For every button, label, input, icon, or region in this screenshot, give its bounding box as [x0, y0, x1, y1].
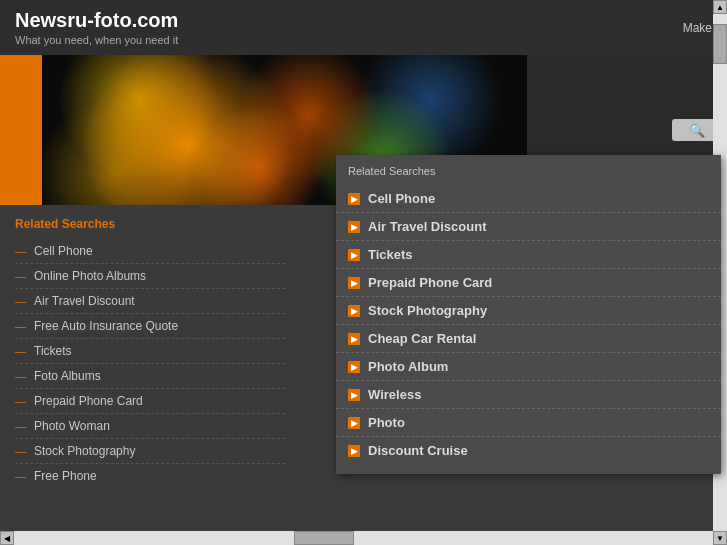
list-item[interactable]: — Foto Albums [15, 364, 285, 389]
list-item[interactable]: ▶ Stock Photography [336, 297, 721, 325]
arrow-icon: — [15, 395, 26, 407]
list-item[interactable]: — Free Phone [15, 464, 285, 488]
right-arrow-icon: ▶ [348, 333, 360, 345]
list-item[interactable]: ▶ Photo Album [336, 353, 721, 381]
link-text: Free Phone [34, 469, 97, 483]
right-arrow-icon: ▶ [348, 193, 360, 205]
scroll-track[interactable] [14, 531, 713, 545]
site-info: Newsru-foto.com What you need, when you … [15, 9, 178, 46]
arrow-icon: — [15, 345, 26, 357]
left-sidebar: Related Searches — Cell Phone — Online P… [0, 205, 300, 545]
scroll-down-button[interactable]: ▼ [713, 531, 727, 545]
link-text: Cell Phone [34, 244, 93, 258]
arrow-icon: — [15, 470, 26, 482]
link-text: Tickets [34, 344, 72, 358]
arrow-icon: — [15, 420, 26, 432]
list-item[interactable]: ▶ Prepaid Phone Card [336, 269, 721, 297]
right-arrow-icon: ▶ [348, 361, 360, 373]
list-item[interactable]: ▶ Photo [336, 409, 721, 437]
site-subtitle: What you need, when you need it [15, 34, 178, 46]
right-arrow-icon: ▶ [348, 417, 360, 429]
list-item[interactable]: — Stock Photography [15, 439, 285, 464]
arrow-icon: — [15, 245, 26, 257]
list-item[interactable]: ▶ Cell Phone [336, 185, 721, 213]
link-text: Wireless [368, 387, 421, 402]
site-title: Newsru-foto.com [15, 9, 178, 32]
right-arrow-icon: ▶ [348, 445, 360, 457]
link-text: Tickets [368, 247, 413, 262]
link-text: Photo Album [368, 359, 448, 374]
list-item[interactable]: ▶ Wireless [336, 381, 721, 409]
right-arrow-icon: ▶ [348, 277, 360, 289]
list-item[interactable]: — Cell Phone [15, 239, 285, 264]
v-scroll-thumb[interactable] [713, 24, 727, 64]
list-item[interactable]: — Prepaid Phone Card [15, 389, 285, 414]
arrow-icon: — [15, 295, 26, 307]
arrow-icon: — [15, 270, 26, 282]
list-item[interactable]: — Photo Woman [15, 414, 285, 439]
link-text: Air Travel Discount [34, 294, 135, 308]
list-item[interactable]: ▶ Air Travel Discount [336, 213, 721, 241]
search-icon: 🔍 [689, 123, 705, 138]
link-text: Online Photo Albums [34, 269, 146, 283]
right-panel: Related Searches ▶ Cell Phone ▶ Air Trav… [336, 155, 721, 474]
left-section-title: Related Searches [15, 217, 285, 231]
link-text: Photo [368, 415, 405, 430]
right-arrow-icon: ▶ [348, 305, 360, 317]
link-text: Discount Cruise [368, 443, 468, 458]
link-text: Foto Albums [34, 369, 101, 383]
top-right-text: Make [683, 21, 712, 35]
horizontal-scrollbar: ◀ ▶ [0, 531, 727, 545]
scroll-left-button[interactable]: ◀ [0, 531, 14, 545]
link-text: Cell Phone [368, 191, 435, 206]
link-text: Stock Photography [368, 303, 487, 318]
list-item[interactable]: — Air Travel Discount [15, 289, 285, 314]
right-arrow-icon: ▶ [348, 249, 360, 261]
list-item[interactable]: — Online Photo Albums [15, 264, 285, 289]
link-text: Free Auto Insurance Quote [34, 319, 178, 333]
link-text: Prepaid Phone Card [34, 394, 143, 408]
arrow-icon: — [15, 320, 26, 332]
orange-accent-bar [0, 55, 42, 205]
right-panel-title: Related Searches [336, 165, 721, 185]
link-text: Stock Photography [34, 444, 135, 458]
right-arrow-icon: ▶ [348, 389, 360, 401]
left-link-list: — Cell Phone — Online Photo Albums — Air… [15, 239, 285, 488]
right-arrow-icon: ▶ [348, 221, 360, 233]
list-item[interactable]: ▶ Tickets [336, 241, 721, 269]
link-text: Photo Woman [34, 419, 110, 433]
arrow-icon: — [15, 370, 26, 382]
link-text: Prepaid Phone Card [368, 275, 492, 290]
top-bar: Newsru-foto.com What you need, when you … [0, 0, 727, 55]
arrow-icon: — [15, 445, 26, 457]
list-item[interactable]: — Free Auto Insurance Quote [15, 314, 285, 339]
list-item[interactable]: ▶ Cheap Car Rental [336, 325, 721, 353]
list-item[interactable]: ▶ Discount Cruise [336, 437, 721, 464]
scroll-up-button[interactable]: ▲ [713, 0, 727, 14]
right-link-list: ▶ Cell Phone ▶ Air Travel Discount ▶ Tic… [336, 185, 721, 464]
scroll-thumb[interactable] [294, 531, 354, 545]
link-text: Air Travel Discount [368, 219, 486, 234]
list-item[interactable]: — Tickets [15, 339, 285, 364]
link-text: Cheap Car Rental [368, 331, 476, 346]
